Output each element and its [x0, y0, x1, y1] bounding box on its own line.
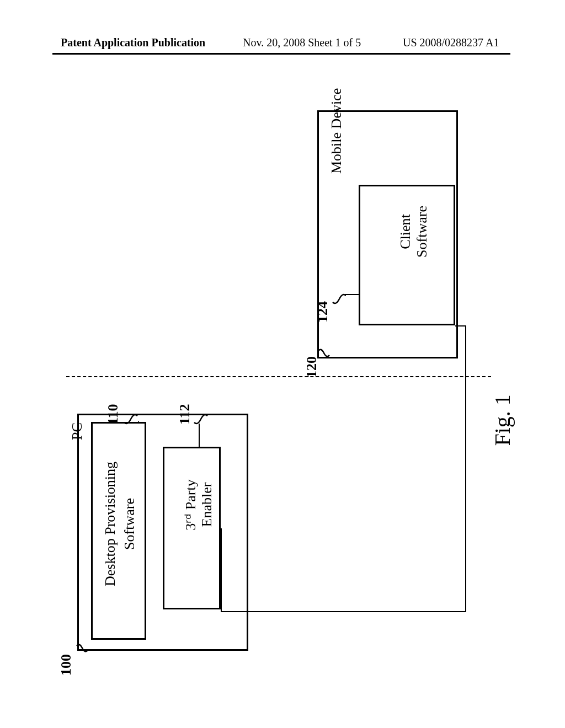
ref-112: 112 [177, 392, 193, 425]
client-software-label-1: Client [397, 188, 414, 276]
figure-1: PC 100 Desktop Provisioning Software 110… [52, 88, 510, 673]
leader-squiggle-icon [123, 413, 138, 425]
leader-line [199, 424, 200, 447]
leader-line [345, 294, 360, 295]
ref-124: 124 [315, 290, 331, 323]
connector-line [465, 325, 466, 612]
ref-110: 110 [105, 392, 121, 425]
leader-line [359, 294, 360, 305]
desktop-provisioning-software-box [91, 422, 146, 640]
domain-divider [66, 376, 491, 377]
header-left: Patent Application Publication [61, 36, 205, 49]
leader-squiggle-icon [76, 644, 88, 655]
leader-squiggle-icon [193, 413, 209, 425]
page-header: Patent Application Publication Nov. 20, … [0, 36, 565, 53]
header-right: US 2008/0288237 A1 [403, 36, 499, 49]
page: Patent Application Publication Nov. 20, … [0, 0, 565, 728]
connector-line [455, 325, 466, 326]
header-middle: Nov. 20, 2008 Sheet 1 of 5 [243, 36, 361, 49]
leader-squiggle-icon [317, 349, 331, 361]
third-party-enabler-label-2: Enabler [199, 461, 215, 549]
leader-squiggle-icon [332, 292, 346, 304]
pc-title: PC [69, 407, 86, 440]
pc-ref: 100 [58, 643, 74, 676]
connector-line [221, 611, 466, 612]
desktop-provisioning-label-2: Software [121, 458, 138, 590]
figure-caption: Fig. 1 [489, 369, 515, 446]
desktop-provisioning-label-1: Desktop Provisioning [102, 458, 119, 590]
header-rule [52, 53, 510, 55]
leader-line [138, 421, 139, 424]
client-software-label-2: Software [414, 188, 430, 276]
mobile-device-title: Mobile Device [328, 63, 345, 174]
third-party-enabler-label-1: 3ʳᵈ Party [182, 461, 199, 549]
connector-line [221, 528, 222, 612]
